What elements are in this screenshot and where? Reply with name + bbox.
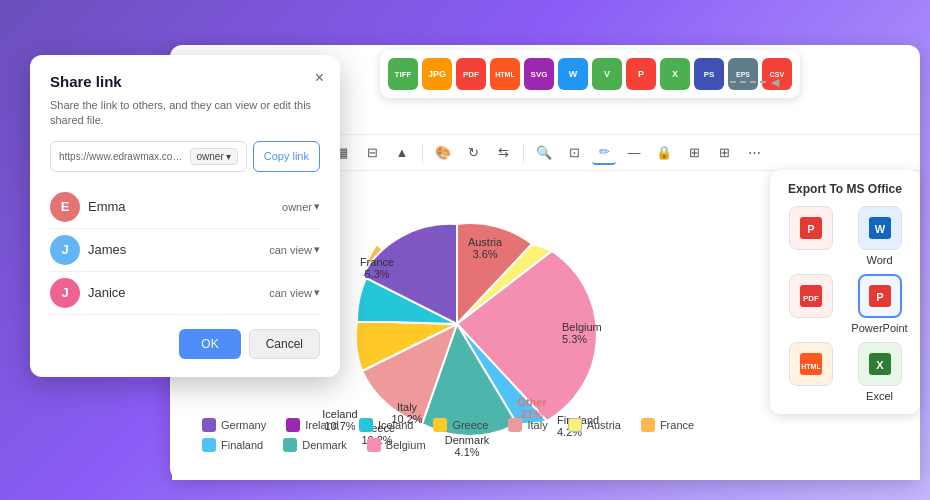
format-tiff[interactable]: TIFF <box>388 58 418 90</box>
export-excel[interactable]: X Excel <box>849 342 910 402</box>
janice-name: Janice <box>88 285 269 300</box>
legend-ireland: Ireland <box>286 418 339 432</box>
dialog-footer: OK Cancel <box>50 329 320 359</box>
austria-value: 3.6% <box>472 248 497 260</box>
export-powerpoint[interactable]: P PowerPoint <box>849 274 910 334</box>
james-name: James <box>88 242 269 257</box>
link-row: https://www.edrawmax.com/online/fil owne… <box>50 141 320 172</box>
legend-austria: Austria <box>568 418 621 432</box>
pen-icon[interactable]: ✏ <box>592 141 616 165</box>
janice-avatar: J <box>50 278 80 308</box>
format-html[interactable]: HTML <box>490 58 520 90</box>
format-jpg[interactable]: JPG <box>422 58 452 90</box>
export-pdf[interactable]: PDF <box>780 274 841 334</box>
format-svg[interactable]: SVG <box>524 58 554 90</box>
link-role-dropdown[interactable]: owner ▾ <box>190 148 238 165</box>
austria-label-legend: Austria <box>587 419 621 431</box>
paint-icon[interactable]: 🎨 <box>431 141 455 165</box>
svg-text:X: X <box>876 359 884 371</box>
emma-role[interactable]: owner ▾ <box>282 200 320 213</box>
emma-avatar: E <box>50 192 80 222</box>
svg-text:W: W <box>874 223 885 235</box>
copy-link-button[interactable]: Copy link <box>253 141 320 172</box>
export-panel: Export To MS Office P W Word <box>770 170 920 414</box>
format-word[interactable]: W <box>558 58 588 90</box>
france-label-legend: France <box>660 419 694 431</box>
format-ppt[interactable]: P <box>626 58 656 90</box>
word-icon-box: W <box>858 206 902 250</box>
finaland-color <box>202 438 216 452</box>
lock-icon[interactable]: 🔒 <box>652 141 676 165</box>
line-icon[interactable]: — <box>622 141 646 165</box>
denmark-label-legend: Denmark <box>302 439 347 451</box>
dots-icon[interactable]: ⋯ <box>742 141 766 165</box>
export-ppt-small[interactable]: P <box>780 206 841 266</box>
emma-name: Emma <box>88 199 282 214</box>
italy-label-legend: Italy <box>527 419 547 431</box>
greece-color <box>433 418 447 432</box>
legend-germany: Germany <box>202 418 266 432</box>
cols-icon[interactable]: ⊟ <box>360 141 384 165</box>
export-grid: P W Word PDF <box>780 206 910 402</box>
germany-color <box>202 418 216 432</box>
grid-icon[interactable]: ⊞ <box>712 141 736 165</box>
zoom-in-icon[interactable]: 🔍 <box>532 141 556 165</box>
excel-icon-box: X <box>858 342 902 386</box>
crop-icon[interactable]: ⊡ <box>562 141 586 165</box>
belgium-value: 5.3% <box>562 333 587 345</box>
close-button[interactable]: × <box>315 69 324 87</box>
user-james: J James can view ▾ <box>50 229 320 272</box>
italy-color <box>508 418 522 432</box>
chart-legend: Germany Ireland Iceland Greece Italy Aus… <box>182 410 760 460</box>
powerpoint-icon: P <box>866 282 894 310</box>
format-ps[interactable]: PS <box>694 58 724 90</box>
austria-color <box>568 418 582 432</box>
belgium-color <box>367 438 381 452</box>
format-excel[interactable]: X <box>660 58 690 90</box>
ireland-label-legend: Ireland <box>305 419 339 431</box>
svg-text:P: P <box>876 291 883 303</box>
share-dialog: Share link × Share the link to others, a… <box>30 55 340 377</box>
svg-text:PDF: PDF <box>803 294 819 303</box>
html-export-icon: HTML <box>797 350 825 378</box>
cancel-button[interactable]: Cancel <box>249 329 320 359</box>
france-color <box>641 418 655 432</box>
legend-belgium: Belgium <box>367 438 426 452</box>
janice-role[interactable]: can view ▾ <box>269 286 320 299</box>
export-word[interactable]: W Word <box>849 206 910 266</box>
chart-icon[interactable]: ▲ <box>390 141 414 165</box>
legend-finaland: Finaland <box>202 438 263 452</box>
adjust-icon[interactable]: ⇆ <box>491 141 515 165</box>
export-html[interactable]: HTML <box>780 342 841 402</box>
belgium-label: Belgium <box>562 321 602 333</box>
austria-label: Austria <box>468 236 503 248</box>
legend-iceland: Iceland <box>359 418 413 432</box>
user-list: E Emma owner ▾ J James can view ▾ J Jani… <box>50 186 320 315</box>
france-label: France <box>360 256 394 268</box>
powerpoint-label: PowerPoint <box>851 322 907 334</box>
excel-icon: X <box>866 350 894 378</box>
pdf-icon-box: PDF <box>789 274 833 318</box>
pdf-icon: PDF <box>797 282 825 310</box>
format-visio[interactable]: V <box>592 58 622 90</box>
iceland-color <box>359 418 373 432</box>
legend-italy: Italy <box>508 418 547 432</box>
link-input[interactable]: https://www.edrawmax.com/online/fil owne… <box>50 141 247 172</box>
html-icon-box: HTML <box>789 342 833 386</box>
svg-text:P: P <box>807 223 814 235</box>
james-role[interactable]: can view ▾ <box>269 243 320 256</box>
user-emma: E Emma owner ▾ <box>50 186 320 229</box>
rotate-icon[interactable]: ↻ <box>461 141 485 165</box>
belgium-label-legend: Belgium <box>386 439 426 451</box>
ppt-icon: P <box>797 214 825 242</box>
france-value: 5.3% <box>364 268 389 280</box>
legend-denmark: Denmark <box>283 438 347 452</box>
greece-label-legend: Greece <box>452 419 488 431</box>
ok-button[interactable]: OK <box>179 329 240 359</box>
export-title: Export To MS Office <box>780 182 910 196</box>
frame-icon[interactable]: ⊞ <box>682 141 706 165</box>
dialog-title: Share link <box>50 73 320 90</box>
dialog-subtitle: Share the link to others, and they can v… <box>50 98 320 129</box>
germany-label: Germany <box>221 419 266 431</box>
format-pdf[interactable]: PDF <box>456 58 486 90</box>
